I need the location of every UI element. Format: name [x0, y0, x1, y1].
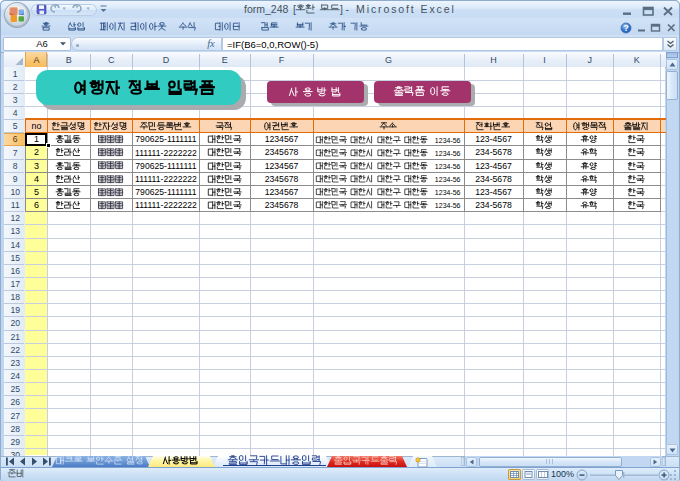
- svg-text:1234-56: 1234-56: [435, 150, 461, 157]
- svg-text:1234-56: 1234-56: [435, 136, 461, 143]
- svg-text:1234-56: 1234-56: [435, 163, 461, 170]
- svg-text:1234-56: 1234-56: [435, 189, 461, 196]
- svg-text:1234-56: 1234-56: [435, 176, 461, 183]
- svg-text:1234-56: 1234-56: [435, 202, 461, 209]
